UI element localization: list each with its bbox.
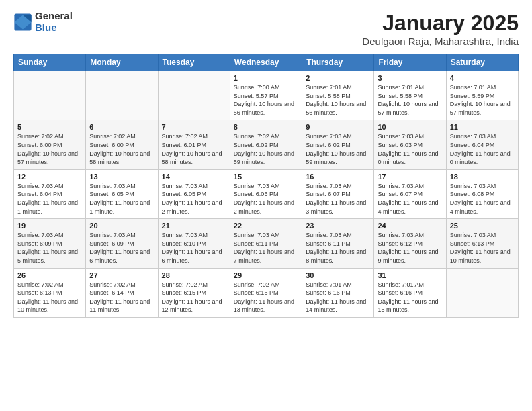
day-number: 15 [234, 173, 298, 181]
table-row: 24Sunrise: 7:03 AM Sunset: 6:12 PM Dayli… [374, 219, 446, 268]
table-row: 1Sunrise: 7:00 AM Sunset: 5:57 PM Daylig… [230, 71, 302, 120]
day-info: Sunrise: 7:02 AM Sunset: 6:15 PM Dayligh… [162, 281, 226, 314]
table-row: 7Sunrise: 7:02 AM Sunset: 6:01 PM Daylig… [158, 120, 230, 169]
header: General Blue January 2025 Deulgaon Raja,… [13, 11, 519, 47]
day-number: 11 [450, 123, 515, 131]
day-number: 8 [234, 123, 298, 131]
table-row: 6Sunrise: 7:02 AM Sunset: 6:00 PM Daylig… [86, 120, 158, 169]
page: General Blue January 2025 Deulgaon Raja,… [0, 0, 532, 328]
day-info: Sunrise: 7:01 AM Sunset: 6:16 PM Dayligh… [378, 281, 442, 314]
day-number: 16 [306, 173, 370, 181]
day-info: Sunrise: 7:02 AM Sunset: 6:15 PM Dayligh… [234, 281, 298, 314]
day-info: Sunrise: 7:03 AM Sunset: 6:10 PM Dayligh… [162, 231, 226, 265]
table-row: 15Sunrise: 7:03 AM Sunset: 6:06 PM Dayli… [230, 169, 302, 218]
table-row [446, 268, 518, 317]
col-saturday: Saturday [446, 54, 518, 71]
table-row: 18Sunrise: 7:03 AM Sunset: 6:08 PM Dayli… [446, 169, 518, 218]
day-number: 17 [378, 173, 442, 181]
table-row: 10Sunrise: 7:03 AM Sunset: 6:03 PM Dayli… [374, 120, 446, 169]
table-row: 23Sunrise: 7:03 AM Sunset: 6:11 PM Dayli… [302, 219, 374, 268]
day-number: 29 [234, 271, 298, 279]
day-info: Sunrise: 7:02 AM Sunset: 6:14 PM Dayligh… [89, 281, 154, 314]
day-number: 1 [234, 74, 298, 82]
table-row: 31Sunrise: 7:01 AM Sunset: 6:16 PM Dayli… [374, 268, 446, 317]
day-info: Sunrise: 7:02 AM Sunset: 6:01 PM Dayligh… [162, 132, 226, 166]
calendar-subtitle: Deulgaon Raja, Maharashtra, India [362, 36, 519, 47]
calendar-table: Sunday Monday Tuesday Wednesday Thursday… [13, 54, 519, 318]
day-info: Sunrise: 7:03 AM Sunset: 6:02 PM Dayligh… [306, 132, 370, 166]
col-monday: Monday [86, 54, 158, 71]
day-number: 14 [162, 173, 226, 181]
day-number: 18 [450, 173, 515, 181]
table-row: 28Sunrise: 7:02 AM Sunset: 6:15 PM Dayli… [158, 268, 230, 317]
day-info: Sunrise: 7:03 AM Sunset: 6:05 PM Dayligh… [162, 182, 226, 216]
calendar-week-row: 1Sunrise: 7:00 AM Sunset: 5:57 PM Daylig… [14, 71, 519, 120]
table-row: 27Sunrise: 7:02 AM Sunset: 6:14 PM Dayli… [86, 268, 158, 317]
day-number: 9 [306, 123, 370, 131]
table-row [86, 71, 158, 120]
table-row: 8Sunrise: 7:02 AM Sunset: 6:02 PM Daylig… [230, 120, 302, 169]
table-row: 5Sunrise: 7:02 AM Sunset: 6:00 PM Daylig… [14, 120, 86, 169]
table-row: 30Sunrise: 7:01 AM Sunset: 6:16 PM Dayli… [302, 268, 374, 317]
logo-blue-text: Blue [35, 22, 73, 34]
table-row: 26Sunrise: 7:02 AM Sunset: 6:13 PM Dayli… [14, 268, 86, 317]
calendar-title: January 2025 [362, 11, 519, 36]
day-info: Sunrise: 7:03 AM Sunset: 6:04 PM Dayligh… [450, 132, 515, 166]
day-info: Sunrise: 7:03 AM Sunset: 6:09 PM Dayligh… [17, 231, 82, 265]
table-row [158, 71, 230, 120]
table-row: 2Sunrise: 7:01 AM Sunset: 5:58 PM Daylig… [302, 71, 374, 120]
day-number: 23 [306, 222, 370, 230]
day-info: Sunrise: 7:03 AM Sunset: 6:05 PM Dayligh… [89, 182, 154, 216]
day-info: Sunrise: 7:02 AM Sunset: 6:00 PM Dayligh… [89, 132, 154, 166]
day-info: Sunrise: 7:00 AM Sunset: 5:57 PM Dayligh… [234, 83, 298, 117]
day-number: 3 [378, 74, 442, 82]
day-info: Sunrise: 7:01 AM Sunset: 5:59 PM Dayligh… [450, 83, 515, 117]
col-tuesday: Tuesday [158, 54, 230, 71]
table-row: 4Sunrise: 7:01 AM Sunset: 5:59 PM Daylig… [446, 71, 518, 120]
day-number: 30 [306, 271, 370, 279]
day-info: Sunrise: 7:02 AM Sunset: 6:02 PM Dayligh… [234, 132, 298, 166]
day-number: 24 [378, 222, 442, 230]
day-info: Sunrise: 7:02 AM Sunset: 6:00 PM Dayligh… [17, 132, 82, 166]
table-row: 16Sunrise: 7:03 AM Sunset: 6:07 PM Dayli… [302, 169, 374, 218]
table-row: 19Sunrise: 7:03 AM Sunset: 6:09 PM Dayli… [14, 219, 86, 268]
col-sunday: Sunday [14, 54, 86, 71]
day-number: 19 [17, 222, 82, 230]
col-wednesday: Wednesday [230, 54, 302, 71]
day-number: 6 [89, 123, 154, 131]
day-info: Sunrise: 7:03 AM Sunset: 6:11 PM Dayligh… [234, 231, 298, 265]
table-row: 29Sunrise: 7:02 AM Sunset: 6:15 PM Dayli… [230, 268, 302, 317]
col-thursday: Thursday [302, 54, 374, 71]
table-row: 13Sunrise: 7:03 AM Sunset: 6:05 PM Dayli… [86, 169, 158, 218]
table-row: 25Sunrise: 7:03 AM Sunset: 6:13 PM Dayli… [446, 219, 518, 268]
logo-general-text: General [35, 11, 73, 22]
col-friday: Friday [374, 54, 446, 71]
day-number: 13 [89, 173, 154, 181]
logo-icon [13, 13, 32, 32]
table-row: 17Sunrise: 7:03 AM Sunset: 6:07 PM Dayli… [374, 169, 446, 218]
table-row: 9Sunrise: 7:03 AM Sunset: 6:02 PM Daylig… [302, 120, 374, 169]
table-row: 11Sunrise: 7:03 AM Sunset: 6:04 PM Dayli… [446, 120, 518, 169]
title-block: January 2025 Deulgaon Raja, Maharashtra,… [362, 11, 519, 47]
day-info: Sunrise: 7:03 AM Sunset: 6:13 PM Dayligh… [450, 231, 515, 265]
day-number: 27 [89, 271, 154, 279]
day-number: 20 [89, 222, 154, 230]
day-info: Sunrise: 7:03 AM Sunset: 6:07 PM Dayligh… [306, 182, 370, 216]
day-info: Sunrise: 7:03 AM Sunset: 6:04 PM Dayligh… [17, 182, 82, 216]
day-number: 10 [378, 123, 442, 131]
table-row: 21Sunrise: 7:03 AM Sunset: 6:10 PM Dayli… [158, 219, 230, 268]
day-number: 21 [162, 222, 226, 230]
day-info: Sunrise: 7:02 AM Sunset: 6:13 PM Dayligh… [17, 281, 82, 314]
day-info: Sunrise: 7:01 AM Sunset: 6:16 PM Dayligh… [306, 281, 370, 314]
day-info: Sunrise: 7:03 AM Sunset: 6:08 PM Dayligh… [450, 182, 515, 216]
day-number: 28 [162, 271, 226, 279]
logo: General Blue [13, 11, 73, 33]
day-number: 2 [306, 74, 370, 82]
day-info: Sunrise: 7:01 AM Sunset: 5:58 PM Dayligh… [306, 83, 370, 117]
logo-text: General Blue [35, 11, 73, 33]
day-number: 25 [450, 222, 515, 230]
day-number: 31 [378, 271, 442, 279]
day-info: Sunrise: 7:03 AM Sunset: 6:06 PM Dayligh… [234, 182, 298, 216]
day-info: Sunrise: 7:03 AM Sunset: 6:03 PM Dayligh… [378, 132, 442, 166]
day-number: 7 [162, 123, 226, 131]
